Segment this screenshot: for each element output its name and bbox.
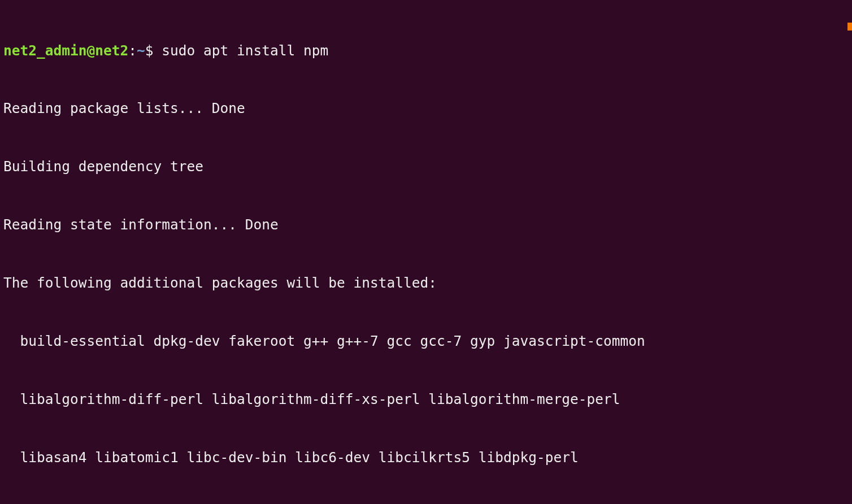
command-text: sudo apt install npm [162,42,328,59]
scrollbar-indicator[interactable] [847,23,852,31]
terminal-window[interactable]: net2_admin@net2:~$ sudo apt install npm … [0,0,852,504]
prompt-line: net2_admin@net2:~$ sudo apt install npm [3,41,849,60]
output-line: Building dependency tree [3,157,849,176]
package-line: build-essential dpkg-dev fakeroot g++ g+… [3,332,849,351]
prompt-sep1: : [128,42,137,59]
output-line: The following additional packages will b… [3,273,849,293]
output-line: Reading package lists... Done [3,99,849,118]
package-line: libasan4 libatomic1 libc-dev-bin libc6-d… [3,448,849,467]
prompt-sep2: $ [145,42,162,59]
prompt-user-host: net2_admin@net2 [3,42,128,59]
output-line: Reading state information... Done [3,215,849,234]
prompt-path: ~ [137,42,145,59]
package-line: libalgorithm-diff-perl libalgorithm-diff… [3,390,849,409]
